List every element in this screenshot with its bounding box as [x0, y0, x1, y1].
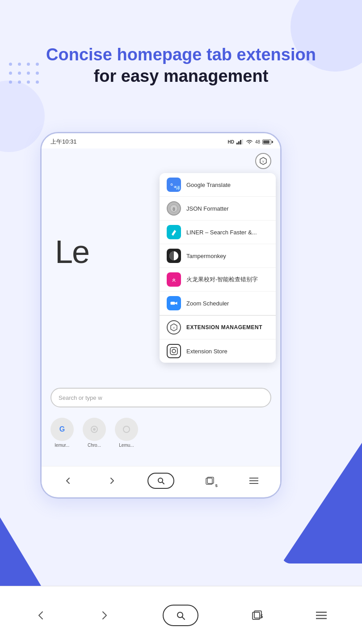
header-section: Concise homepage tab extension for easy …	[13, 45, 349, 87]
footer-tabs-count: 5	[261, 614, 263, 619]
menu-item-extension-store[interactable]: Extension Store	[160, 339, 276, 363]
svg-line-27	[162, 482, 164, 484]
svg-rect-17	[170, 347, 177, 355]
json-formatter-icon: {}	[167, 201, 181, 216]
zoom-label: Zoom Scheduler	[186, 300, 229, 307]
menu-item-google-translate[interactable]: G 译 Google Translate	[160, 173, 276, 197]
menu-item-huolong[interactable]: 火 火龙果校对-智能检查错别字	[160, 268, 276, 292]
extension-dropdown: G 译 Google Translate {} JSON Formatter	[160, 173, 276, 363]
footer-tabs-button[interactable]: 5	[251, 610, 263, 621]
wifi-icon	[246, 139, 253, 144]
tampermonkey-label: Tampermonkey	[186, 253, 226, 259]
nav-search-button[interactable]	[147, 473, 174, 489]
le-text: Le	[55, 233, 89, 270]
footer-menu-icon	[316, 611, 327, 619]
extension-store-icon	[167, 344, 181, 358]
nav-back-button[interactable]	[59, 472, 77, 490]
phone-mockup: 上午10:31 HD 48 Y	[40, 132, 282, 499]
svg-text:Y: Y	[262, 160, 265, 164]
search-icon	[157, 477, 164, 484]
svg-rect-14	[171, 302, 175, 305]
header-line1: Concise homepage tab extension	[13, 45, 349, 65]
nav-forward-button[interactable]	[103, 472, 121, 490]
huolong-icon: 火	[167, 272, 181, 287]
bookmark-lemu-icon	[115, 418, 138, 441]
menu-item-extension-management[interactable]: Y EXTENSION MANAGEMENT	[160, 316, 276, 339]
bookmark-google-icon: G	[51, 418, 74, 441]
tampermonkey-icon	[167, 249, 181, 263]
bookmark-chrome[interactable]: Chro...	[83, 418, 106, 448]
bookmark-lemu-label: Lemu...	[119, 443, 134, 448]
bg-circle-top-left	[0, 80, 45, 152]
menu-item-liner[interactable]: LINER – Search Faster &...	[160, 220, 276, 244]
tabs-icon	[205, 476, 215, 486]
status-icons: HD 48	[227, 139, 271, 144]
bookmark-chrome-label: Chro...	[88, 443, 101, 448]
extension-mgmt-icon: Y	[167, 320, 181, 335]
extension-button[interactable]: Y	[255, 153, 271, 169]
menu-icon	[249, 477, 258, 484]
footer-back-icon	[35, 610, 46, 621]
liner-label: LINER – Search Faster &...	[186, 229, 257, 236]
bookmarks-row: G lemur... Chro...	[51, 418, 138, 448]
svg-text:译: 译	[174, 186, 177, 188]
svg-point-23	[93, 428, 96, 431]
svg-rect-0	[236, 143, 238, 144]
svg-point-18	[172, 349, 176, 353]
svg-point-33	[177, 612, 183, 618]
bookmark-lemu[interactable]: Lemu...	[115, 418, 138, 448]
bookmark-chrome-icon	[83, 418, 106, 441]
svg-line-34	[182, 617, 185, 619]
footer-search-button[interactable]	[163, 605, 198, 626]
bg-triangle-bottom-right	[282, 429, 362, 564]
svg-text:{}: {}	[173, 207, 175, 211]
menu-item-json-formatter[interactable]: {} JSON Formatter	[160, 197, 276, 220]
svg-text:G: G	[171, 183, 173, 186]
nav-tabs-button[interactable]: 5	[201, 472, 219, 490]
footer-back-button[interactable]	[35, 610, 46, 621]
svg-point-24	[120, 423, 133, 436]
svg-rect-1	[238, 141, 240, 144]
phone-bottom-nav: 5	[42, 466, 280, 495]
battery-text: 48	[255, 140, 260, 144]
signal-icon	[236, 139, 244, 144]
svg-text:Y: Y	[173, 326, 175, 330]
svg-rect-3	[242, 139, 243, 144]
status-time: 上午10:31	[51, 138, 77, 146]
google-translate-icon: G 译	[167, 178, 181, 192]
footer-forward-button[interactable]	[99, 610, 110, 621]
page-footer: 5	[0, 586, 362, 644]
header-line2: for easy management	[13, 65, 349, 87]
nav-menu-button[interactable]	[245, 472, 263, 490]
tabs-count: 5	[215, 483, 218, 488]
menu-item-zoom[interactable]: Zoom Scheduler	[160, 292, 276, 315]
extension-management-label: EXTENSION MANAGEMENT	[186, 324, 262, 330]
liner-icon	[167, 225, 181, 239]
battery-icon	[262, 140, 271, 144]
hexagon-icon: Y	[259, 157, 267, 165]
status-bar: 上午10:31 HD 48	[42, 133, 280, 148]
footer-menu-button[interactable]	[316, 611, 327, 619]
forward-arrow-icon	[108, 476, 117, 485]
bookmark-google-label: lemur...	[55, 443, 70, 448]
zoom-icon	[167, 296, 181, 310]
huolong-label: 火龙果校对-智能检查错别字	[186, 275, 258, 284]
footer-forward-icon	[99, 610, 110, 621]
bookmark-google[interactable]: G lemur...	[51, 418, 74, 448]
google-translate-label: Google Translate	[186, 182, 231, 188]
svg-text:G: G	[59, 425, 65, 433]
search-placeholder: Search or type w	[59, 394, 102, 401]
phone-content: Y G 译 Google Translate	[42, 148, 280, 495]
svg-rect-2	[240, 140, 241, 144]
svg-text:火: 火	[172, 278, 176, 282]
search-bar[interactable]: Search or type w	[51, 388, 271, 407]
back-arrow-icon	[63, 476, 72, 485]
extension-store-label: Extension Store	[186, 348, 227, 355]
hd-icon: HD	[227, 140, 234, 144]
footer-search-icon	[176, 611, 185, 620]
json-formatter-label: JSON Formatter	[186, 205, 229, 212]
menu-item-tampermonkey[interactable]: Tampermonkey	[160, 244, 276, 268]
